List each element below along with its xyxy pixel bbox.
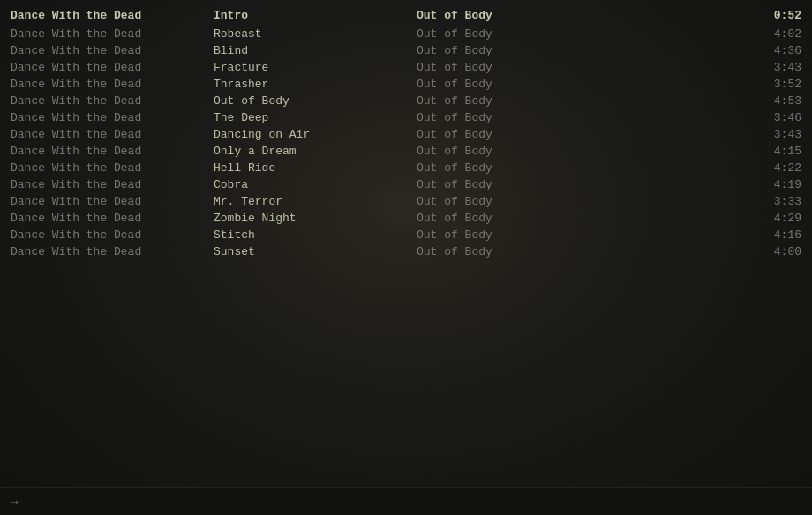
track-artist: Dance With the Dead — [11, 212, 214, 225]
track-duration: 4:00 — [748, 245, 801, 258]
track-title: The Deep — [214, 111, 417, 124]
table-row[interactable]: Dance With the DeadSunsetOut of Body4:00 — [0, 243, 812, 260]
table-header: Dance With the Dead Intro Out of Body 0:… — [0, 7, 812, 24]
track-title: Cobra — [214, 178, 417, 191]
header-title: Intro — [214, 9, 417, 22]
track-album: Out of Body — [417, 228, 549, 242]
table-row[interactable]: Dance With the DeadOnly a DreamOut of Bo… — [0, 143, 812, 160]
track-title: Thrasher — [214, 78, 417, 91]
arrow-icon: → — [11, 495, 18, 509]
track-album: Out of Body — [417, 161, 549, 175]
track-album: Out of Body — [417, 245, 549, 258]
track-duration: 3:33 — [748, 195, 801, 208]
track-artist: Dance With the Dead — [11, 145, 214, 158]
track-title: Sunset — [214, 245, 417, 258]
track-artist: Dance With the Dead — [11, 61, 214, 74]
track-artist: Dance With the Dead — [11, 111, 214, 124]
track-title: Robeast — [214, 27, 417, 41]
track-duration: 3:43 — [748, 61, 801, 74]
track-artist: Dance With the Dead — [11, 128, 214, 141]
track-artist: Dance With the Dead — [11, 178, 214, 191]
track-title: Hell Ride — [214, 161, 417, 175]
track-album: Out of Body — [417, 44, 549, 57]
track-list: Dance With the Dead Intro Out of Body 0:… — [0, 0, 812, 267]
track-album: Out of Body — [417, 212, 549, 225]
table-row[interactable]: Dance With the DeadCobraOut of Body4:19 — [0, 176, 812, 193]
table-row[interactable]: Dance With the DeadBlindOut of Body4:36 — [0, 42, 812, 59]
track-duration: 4:22 — [748, 161, 801, 175]
bottom-bar: → — [0, 487, 812, 515]
table-row[interactable]: Dance With the DeadDancing on AirOut of … — [0, 126, 812, 143]
track-artist: Dance With the Dead — [11, 78, 214, 91]
track-duration: 3:52 — [748, 78, 801, 91]
track-album: Out of Body — [417, 61, 549, 74]
track-artist: Dance With the Dead — [11, 195, 214, 208]
table-row[interactable]: Dance With the DeadMr. TerrorOut of Body… — [0, 193, 812, 210]
table-row[interactable]: Dance With the DeadHell RideOut of Body4… — [0, 160, 812, 176]
track-duration: 4:16 — [748, 228, 801, 242]
track-duration: 4:53 — [748, 94, 801, 108]
track-artist: Dance With the Dead — [11, 44, 214, 57]
header-album: Out of Body — [417, 9, 549, 22]
track-title: Fracture — [214, 61, 417, 74]
table-row[interactable]: Dance With the DeadStitchOut of Body4:16 — [0, 227, 812, 243]
table-row[interactable]: Dance With the DeadZombie NightOut of Bo… — [0, 210, 812, 227]
table-row[interactable]: Dance With the DeadFractureOut of Body3:… — [0, 59, 812, 76]
track-artist: Dance With the Dead — [11, 94, 214, 108]
track-album: Out of Body — [417, 128, 549, 141]
track-duration: 4:29 — [748, 212, 801, 225]
track-duration: 4:15 — [748, 145, 801, 158]
table-row[interactable]: Dance With the DeadRobeastOut of Body4:0… — [0, 26, 812, 42]
track-album: Out of Body — [417, 27, 549, 41]
track-title: Only a Dream — [214, 145, 417, 158]
track-artist: Dance With the Dead — [11, 228, 214, 242]
track-album: Out of Body — [417, 195, 549, 208]
header-artist: Dance With the Dead — [11, 9, 214, 22]
track-artist: Dance With the Dead — [11, 161, 214, 175]
track-title: Stitch — [214, 228, 417, 242]
track-duration: 4:36 — [748, 44, 801, 57]
header-duration: 0:52 — [748, 9, 801, 22]
track-title: Mr. Terror — [214, 195, 417, 208]
track-album: Out of Body — [417, 78, 549, 91]
table-row[interactable]: Dance With the DeadThrasherOut of Body3:… — [0, 76, 812, 93]
track-title: Dancing on Air — [214, 128, 417, 141]
track-duration: 4:02 — [748, 27, 801, 41]
track-duration: 4:19 — [748, 178, 801, 191]
track-album: Out of Body — [417, 94, 549, 108]
track-title: Zombie Night — [214, 212, 417, 225]
track-album: Out of Body — [417, 145, 549, 158]
track-duration: 3:46 — [748, 111, 801, 124]
track-duration: 3:43 — [748, 128, 801, 141]
table-row[interactable]: Dance With the DeadOut of BodyOut of Bod… — [0, 93, 812, 109]
track-artist: Dance With the Dead — [11, 27, 214, 41]
track-album: Out of Body — [417, 178, 549, 191]
track-artist: Dance With the Dead — [11, 245, 214, 258]
table-row[interactable]: Dance With the DeadThe DeepOut of Body3:… — [0, 109, 812, 126]
track-title: Out of Body — [214, 94, 417, 108]
track-title: Blind — [214, 44, 417, 57]
track-album: Out of Body — [417, 111, 549, 124]
